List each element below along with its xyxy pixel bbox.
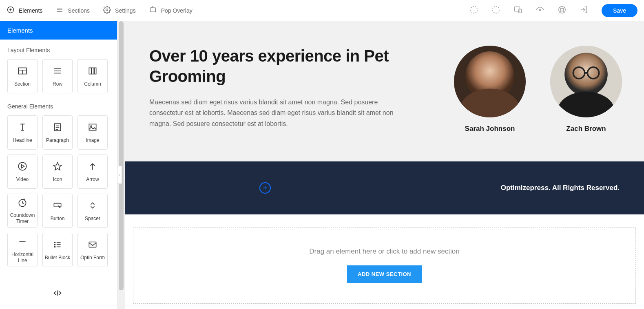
tab-label: Sections: [68, 7, 90, 14]
svg-point-12: [560, 8, 563, 11]
element-horizontal-line[interactable]: Horizontal Line: [7, 233, 38, 267]
redo-icon[interactable]: [491, 5, 500, 16]
svg-point-48: [564, 53, 608, 96]
svg-point-33: [18, 162, 27, 170]
undo-icon[interactable]: [469, 5, 478, 16]
sidebar-header: Elements: [0, 21, 117, 40]
svg-rect-24: [89, 68, 91, 74]
svg-point-39: [54, 244, 55, 245]
element-image[interactable]: Image: [77, 115, 108, 150]
avatar-image[interactable]: [550, 46, 622, 117]
toolbar-left: Elements Sections Settings Pop Overlay: [7, 6, 193, 15]
element-label: Button: [51, 216, 65, 221]
people-row: Sarah Johnson Zach Brown: [454, 46, 622, 133]
sidebar-body: Layout Elements Section Row Column Gener…: [0, 40, 117, 309]
element-custom-html[interactable]: [42, 277, 73, 309]
element-label: Image: [86, 137, 99, 143]
element-paragraph[interactable]: Paragraph: [42, 115, 73, 150]
footer-text[interactable]: Optimizepress. All Rights Reserved.: [501, 184, 620, 192]
svg-point-37: [54, 242, 55, 243]
scrollbar-thumb[interactable]: [119, 21, 124, 290]
person-card[interactable]: Zach Brown: [550, 46, 622, 133]
element-optin-form[interactable]: Optin Form: [77, 233, 108, 267]
svg-rect-7: [150, 8, 155, 12]
element-icon[interactable]: Icon: [42, 154, 73, 189]
element-spacer[interactable]: Spacer: [77, 194, 108, 228]
element-label: Arrow: [86, 177, 99, 182]
spacer-icon: [87, 200, 98, 212]
gear-icon: [103, 6, 111, 15]
group-title-layout: Layout Elements: [7, 47, 110, 53]
tab-label: Settings: [115, 7, 136, 14]
mail-icon: [87, 239, 98, 251]
svg-point-6: [106, 9, 108, 11]
element-countdown[interactable]: Countdown Timer: [7, 194, 38, 228]
arrow-icon: [87, 161, 98, 173]
sidebar: Elements Layout Elements Section Row Col…: [0, 21, 117, 309]
section-icon: [17, 66, 28, 77]
svg-point-10: [539, 9, 541, 11]
person-card[interactable]: Sarah Johnson: [454, 46, 526, 133]
paragraph-text[interactable]: Maecenas sed diam eget risus varius blan…: [149, 97, 406, 129]
extra-row: [7, 277, 110, 309]
add-element-button[interactable]: +: [259, 182, 271, 194]
content-section[interactable]: Over 10 years experience in Pet Grooming…: [125, 21, 644, 161]
element-headline[interactable]: Headline: [7, 115, 38, 150]
collapse-handle[interactable]: ‹: [117, 166, 122, 184]
group-title-general: General Elements: [7, 103, 110, 110]
element-label: Countdown Timer: [9, 212, 36, 224]
element-button[interactable]: Button: [42, 194, 73, 228]
element-label: Bullet Block: [45, 255, 71, 260]
element-bullet-block[interactable]: Bullet Block: [42, 233, 73, 267]
person-name: Zach Brown: [550, 125, 622, 133]
paragraph-icon: [52, 122, 63, 134]
element-label: Icon: [53, 177, 62, 182]
canvas[interactable]: Over 10 years experience in Pet Grooming…: [125, 21, 644, 309]
svg-line-13: [560, 7, 561, 9]
dropzone[interactable]: Drag an element here or click to add new…: [133, 227, 636, 304]
element-section[interactable]: Section: [7, 59, 38, 93]
element-label: Horizontal Line: [9, 252, 36, 263]
element-label: Spacer: [85, 216, 100, 221]
bullets-icon: [52, 239, 63, 251]
element-label: Video: [16, 177, 29, 182]
tab-elements[interactable]: Elements: [7, 6, 42, 15]
headline-text[interactable]: Over 10 years experience in Pet Grooming: [149, 46, 406, 86]
plus-circle-icon: [7, 6, 15, 15]
row-icon: [52, 66, 63, 77]
sidebar-scrollbar[interactable]: ‹: [117, 21, 125, 309]
hr-icon: [17, 236, 28, 248]
svg-line-16: [563, 11, 565, 12]
tab-sections[interactable]: Sections: [55, 6, 90, 15]
element-video[interactable]: Video: [7, 154, 38, 189]
svg-line-15: [560, 11, 561, 12]
tab-settings[interactable]: Settings: [103, 6, 136, 15]
toolbar-right: Save: [469, 4, 637, 17]
svg-rect-43: [89, 242, 96, 247]
dropzone-wrapper: Drag an element here or click to add new…: [125, 214, 644, 309]
code-icon: [52, 288, 63, 300]
responsive-icon[interactable]: [513, 5, 522, 16]
preview-icon[interactable]: [536, 5, 544, 16]
element-arrow[interactable]: Arrow: [77, 154, 108, 189]
add-new-section-button[interactable]: ADD NEW SECTION: [347, 265, 422, 283]
element-label: Column: [84, 81, 101, 87]
svg-rect-26: [94, 68, 96, 74]
element-label: Row: [53, 81, 62, 87]
save-button[interactable]: Save: [602, 4, 637, 17]
sections-icon: [55, 6, 64, 15]
tab-pop-overlay[interactable]: Pop Overlay: [149, 6, 193, 15]
plus-icon: +: [263, 184, 268, 192]
dropzone-text: Drag an element here or click to add new…: [142, 247, 627, 256]
exit-icon[interactable]: [580, 5, 589, 16]
main-area: Elements Layout Elements Section Row Col…: [0, 21, 644, 309]
svg-line-14: [563, 7, 565, 9]
element-label: Headline: [13, 137, 32, 143]
column-icon: [87, 66, 98, 77]
help-icon[interactable]: [558, 5, 567, 16]
footer-section[interactable]: + Optimizepress. All Rights Reserved.: [125, 161, 644, 214]
svg-rect-31: [89, 124, 96, 130]
element-row[interactable]: Row: [42, 59, 73, 93]
element-column[interactable]: Column: [77, 59, 108, 93]
avatar-image[interactable]: [454, 46, 526, 117]
